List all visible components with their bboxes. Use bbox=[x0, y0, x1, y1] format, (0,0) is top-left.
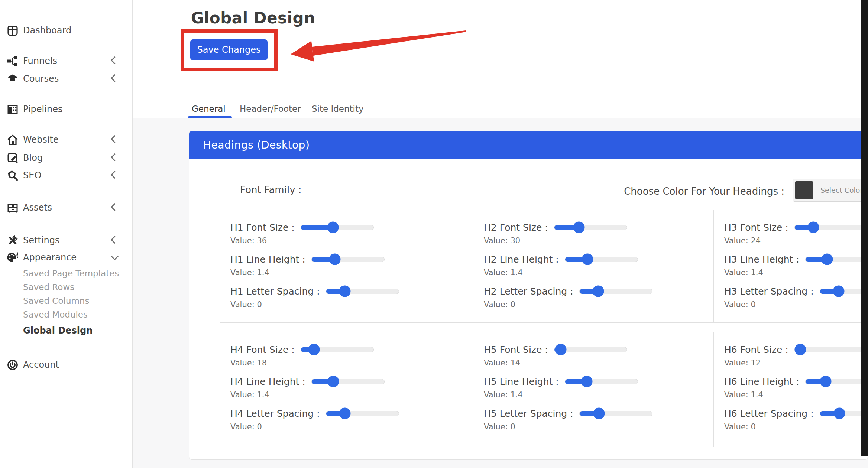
chevron-down-icon[interactable] bbox=[111, 252, 119, 260]
color-swatch[interactable] bbox=[795, 181, 813, 199]
chevron-left-icon[interactable] bbox=[111, 203, 119, 211]
slider-thumb[interactable] bbox=[339, 408, 351, 419]
chevron-left-icon[interactable] bbox=[111, 171, 119, 179]
slider-thumb[interactable] bbox=[308, 344, 320, 355]
h4-column: H4 Font Size : Value: 18 H4 Line Height … bbox=[220, 332, 473, 447]
slider-label: H4 Font Size : bbox=[230, 344, 295, 355]
chevron-left-icon[interactable] bbox=[111, 135, 119, 143]
sidebar-item-label: Dashboard bbox=[23, 25, 71, 36]
chevron-left-icon[interactable] bbox=[111, 153, 119, 161]
slider-label: H3 Line Height : bbox=[724, 254, 799, 265]
sidebar-item-funnels[interactable]: Funnels bbox=[0, 53, 132, 69]
h2-font-size-slider[interactable] bbox=[554, 225, 627, 230]
slider-thumb[interactable] bbox=[833, 286, 845, 297]
slider-label: H2 Line Height : bbox=[484, 254, 559, 265]
slider-thumb[interactable] bbox=[808, 222, 819, 233]
slider-thumb[interactable] bbox=[795, 344, 806, 355]
slider-label: H3 Font Size : bbox=[724, 222, 788, 233]
h5-letter-spacing-slider[interactable] bbox=[579, 411, 652, 416]
h2-column: H2 Font Size : Value: 30 H2 Line Height … bbox=[473, 210, 713, 322]
sidebar-item-pipelines[interactable]: Pipelines bbox=[0, 101, 132, 117]
sidebar-item-website[interactable]: Website bbox=[0, 131, 132, 148]
h3-line-height-slider[interactable] bbox=[805, 257, 868, 262]
sidebar-subitem-saved-columns[interactable]: Saved Columns bbox=[23, 294, 89, 308]
slider-value: Value: 1.4 bbox=[230, 390, 473, 399]
save-changes-button[interactable]: Save Changes bbox=[190, 39, 268, 60]
global-design-settings-page: Dashboard Funnels Courses Pipelines bbox=[0, 0, 868, 468]
h4-line-height-slider[interactable] bbox=[311, 379, 385, 384]
headings-sliders-row-2: H4 Font Size : Value: 18 H4 Line Height … bbox=[220, 332, 868, 447]
h1-font-size-slider[interactable] bbox=[301, 225, 374, 230]
slider-value: Value: 1.4 bbox=[724, 268, 868, 277]
slider-value: Value: 24 bbox=[724, 236, 868, 245]
tab-site-identity[interactable]: Site Identity bbox=[312, 104, 364, 114]
website-icon bbox=[7, 134, 18, 146]
slider-thumb[interactable] bbox=[834, 408, 845, 419]
slider-label: H6 Font Size : bbox=[724, 344, 788, 355]
blog-icon bbox=[7, 152, 18, 164]
h1-column: H1 Font Size : Value: 36 H1 Line Height … bbox=[220, 210, 473, 322]
sidebar-subitem-saved-page-templates[interactable]: Saved Page Templates bbox=[23, 267, 119, 280]
slider-value: Value: 1.4 bbox=[230, 268, 473, 277]
slider-label: H5 Font Size : bbox=[484, 344, 548, 355]
sidebar-subitem-saved-rows[interactable]: Saved Rows bbox=[23, 280, 74, 294]
slider-label: H5 Letter Spacing : bbox=[484, 408, 573, 419]
slider-value: Value: 36 bbox=[230, 236, 473, 245]
courses-icon bbox=[7, 73, 18, 85]
slider-thumb[interactable] bbox=[593, 408, 605, 419]
slider-label: H3 Letter Spacing : bbox=[724, 286, 814, 297]
slider-thumb[interactable] bbox=[328, 376, 339, 387]
sidebar-item-account[interactable]: Account bbox=[0, 357, 132, 373]
slider-thumb[interactable] bbox=[820, 376, 832, 387]
slider-thumb[interactable] bbox=[327, 222, 339, 233]
sidebar-item-blog[interactable]: Blog bbox=[0, 150, 132, 166]
tab-header-footer[interactable]: Header/Footer bbox=[240, 104, 301, 114]
tab-general[interactable]: General bbox=[192, 104, 226, 114]
sidebar-item-assets[interactable]: Assets bbox=[0, 199, 132, 216]
sidebar-item-label: Assets bbox=[23, 202, 52, 213]
tabs-divider bbox=[189, 118, 868, 118]
slider-thumb[interactable] bbox=[573, 222, 585, 233]
slider-value: Value: 18 bbox=[230, 358, 473, 367]
h6-line-height-slider[interactable] bbox=[805, 379, 868, 384]
h2-line-height-slider[interactable] bbox=[565, 257, 638, 262]
h4-font-size-slider[interactable] bbox=[301, 347, 374, 352]
h1-line-height-slider[interactable] bbox=[311, 257, 385, 262]
sidebar-item-settings[interactable]: Settings bbox=[0, 232, 132, 248]
h5-column: H5 Font Size : Value: 14 H5 Line Height … bbox=[473, 332, 713, 447]
h3-letter-spacing-slider[interactable] bbox=[820, 289, 868, 294]
dashboard-icon bbox=[7, 25, 18, 36]
slider-value: Value: 0 bbox=[230, 422, 473, 431]
slider-thumb[interactable] bbox=[329, 254, 341, 265]
slider-thumb[interactable] bbox=[555, 344, 567, 355]
sidebar-item-dashboard[interactable]: Dashboard bbox=[0, 22, 132, 39]
slider-thumb[interactable] bbox=[822, 254, 833, 265]
sidebar-item-seo[interactable]: SEO bbox=[0, 167, 132, 183]
slider-thumb[interactable] bbox=[593, 286, 604, 297]
h2-letter-spacing-slider[interactable] bbox=[579, 289, 652, 294]
sidebar-item-appearance[interactable]: Appearance bbox=[0, 249, 132, 266]
slider-thumb[interactable] bbox=[581, 376, 593, 387]
slider-thumb[interactable] bbox=[339, 286, 351, 297]
slider-label: H1 Line Height : bbox=[230, 254, 305, 265]
h6-font-size-slider[interactable] bbox=[794, 347, 868, 352]
h5-font-size-slider[interactable] bbox=[554, 347, 627, 352]
sidebar-subitem-saved-modules[interactable]: Saved Modules bbox=[23, 308, 88, 321]
slider-value: Value: 0 bbox=[724, 422, 868, 431]
sidebar-item-label: Funnels bbox=[23, 56, 57, 66]
h3-font-size-slider[interactable] bbox=[794, 225, 868, 230]
h4-letter-spacing-slider[interactable] bbox=[326, 411, 399, 416]
h1-letter-spacing-slider[interactable] bbox=[326, 289, 399, 294]
slider-value: Value: 0 bbox=[724, 300, 868, 309]
select-color-button[interactable]: Select Color bbox=[793, 179, 868, 202]
slider-thumb[interactable] bbox=[582, 254, 593, 265]
h5-line-height-slider[interactable] bbox=[565, 379, 638, 384]
sidebar-subitem-global-design[interactable]: Global Design bbox=[23, 324, 93, 337]
chevron-left-icon[interactable] bbox=[111, 74, 119, 82]
h6-letter-spacing-slider[interactable] bbox=[820, 411, 868, 416]
slider-value: Value: 0 bbox=[484, 422, 713, 431]
chevron-left-icon[interactable] bbox=[111, 56, 119, 64]
headings-desktop-card: Headings (Desktop) Font Family : Choose … bbox=[189, 131, 868, 460]
sidebar-item-courses[interactable]: Courses bbox=[0, 71, 132, 87]
chevron-left-icon[interactable] bbox=[111, 236, 119, 244]
